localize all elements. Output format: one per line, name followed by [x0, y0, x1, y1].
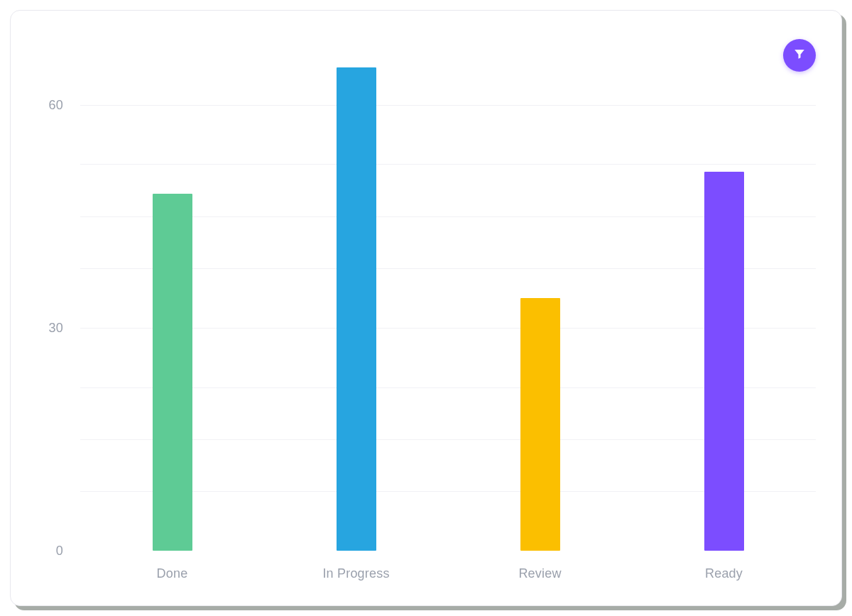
plot-area: 03060: [80, 31, 816, 551]
bar-slot: [264, 31, 448, 551]
filter-icon: [793, 48, 806, 63]
y-tick-label: 0: [56, 544, 80, 559]
x-axis: DoneIn ProgressReviewReady: [80, 551, 816, 581]
y-tick-label: 60: [48, 97, 80, 112]
bar-slot: [80, 31, 264, 551]
bar-in-progress: [337, 67, 376, 551]
bar-chart: 03060 DoneIn ProgressReviewReady: [60, 31, 816, 581]
bars-container: [80, 31, 816, 551]
x-tick-label: Review: [448, 566, 632, 581]
x-tick-label: In Progress: [264, 566, 448, 581]
x-tick-label: Ready: [632, 566, 816, 581]
bar-done: [153, 194, 192, 551]
bar-slot: [448, 31, 632, 551]
bar-review: [520, 298, 560, 551]
bar-slot: [632, 31, 816, 551]
bar-ready: [704, 172, 744, 551]
chart-card: 03060 DoneIn ProgressReviewReady: [10, 10, 842, 606]
x-tick-label: Done: [80, 566, 264, 581]
y-tick-label: 30: [48, 320, 80, 335]
filter-button[interactable]: [783, 39, 816, 72]
